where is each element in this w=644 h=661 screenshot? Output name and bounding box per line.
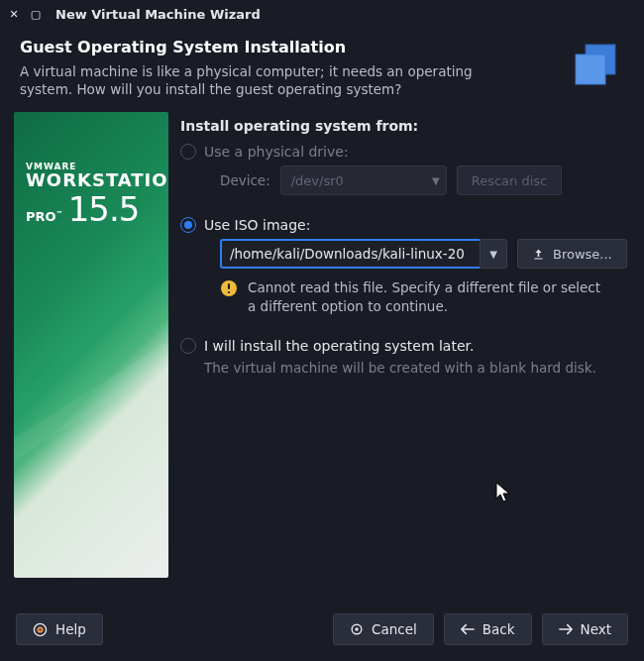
window-title: New Virtual Machine Wizard <box>55 7 261 22</box>
arrow-right-icon <box>559 623 573 635</box>
svg-point-6 <box>38 627 42 631</box>
page-subtitle: A virtual machine is like a physical com… <box>20 62 515 98</box>
cancel-button[interactable]: Cancel <box>333 613 434 645</box>
option-install-later: I will install the operating system late… <box>180 338 630 376</box>
upload-icon <box>532 248 545 261</box>
version-text: 15.5 <box>68 189 140 229</box>
svg-rect-1 <box>576 55 605 84</box>
warning-icon <box>220 279 238 301</box>
iso-path-input[interactable] <box>220 239 480 269</box>
rescan-button: Rescan disc <box>457 165 563 195</box>
chevron-down-icon: ▼ <box>432 175 440 186</box>
next-button[interactable]: Next <box>542 613 628 645</box>
browse-button[interactable]: Browse... <box>517 239 627 269</box>
radio-install-later[interactable]: I will install the operating system late… <box>180 338 630 354</box>
radio-icon <box>180 144 196 160</box>
titlebar: ✕ ▢ New Virtual Machine Wizard <box>0 0 644 28</box>
radio-label: Use a physical drive: <box>204 144 349 160</box>
svg-point-4 <box>228 291 230 293</box>
radio-label: Use ISO image: <box>204 217 310 233</box>
chevron-down-icon: ▼ <box>489 249 497 260</box>
later-hint: The virtual machine will be created with… <box>204 360 630 376</box>
device-select: /dev/sr0 ▼ <box>280 165 447 195</box>
help-icon <box>33 622 48 637</box>
back-button[interactable]: Back <box>444 613 532 645</box>
page-title: Guest Operating System Installation <box>20 38 553 56</box>
svg-rect-3 <box>228 283 230 289</box>
product-text: WORKSTATION <box>26 171 168 189</box>
option-physical-drive: Use a physical drive: Device: /dev/sr0 ▼… <box>180 144 630 195</box>
close-icon[interactable]: ✕ <box>8 8 20 20</box>
device-label: Device: <box>220 172 270 188</box>
cancel-icon <box>350 622 364 636</box>
radio-iso-image[interactable]: Use ISO image: <box>180 217 630 233</box>
radio-physical-drive[interactable]: Use a physical drive: <box>180 144 630 160</box>
arrow-left-icon <box>461 623 475 635</box>
wizard-footer: Help Cancel Back Next <box>0 602 644 661</box>
radio-icon <box>180 217 196 233</box>
radio-icon <box>180 338 196 354</box>
wizard-header: Guest Operating System Installation A vi… <box>0 28 644 112</box>
vm-icon <box>569 38 624 93</box>
device-value: /dev/sr0 <box>291 173 344 188</box>
iso-dropdown-button[interactable]: ▼ <box>480 239 507 269</box>
vendor-text: VMWARE <box>26 162 168 171</box>
svg-point-8 <box>355 627 359 631</box>
option-iso-image: Use ISO image: ▼ Browse... Cannot <box>180 217 630 316</box>
maximize-icon[interactable]: ▢ <box>30 8 42 20</box>
vmware-logo: VMWARE WORKSTATION PRO™ 15.5 <box>14 112 168 578</box>
svg-point-5 <box>34 623 46 635</box>
section-heading: Install operating system from: <box>180 118 630 134</box>
warning-message: Cannot read this file. Specify a differe… <box>204 278 630 316</box>
radio-label: I will install the operating system late… <box>204 338 474 354</box>
edition-text: PRO™ <box>26 209 63 224</box>
help-button[interactable]: Help <box>16 613 103 645</box>
